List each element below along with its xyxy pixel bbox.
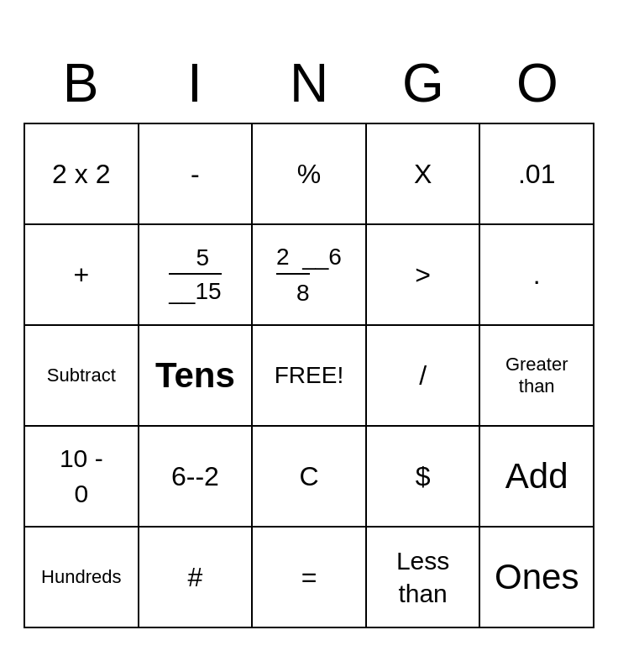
cell-r3c2: Tens	[139, 326, 254, 427]
division-bottom: __15	[169, 273, 221, 307]
cell-r1c1: 2 x 2	[25, 124, 139, 225]
cell-r4c3: C	[253, 427, 367, 528]
cell-r5c5: Ones	[480, 528, 594, 628]
header-b: B	[24, 44, 138, 123]
cell-r4c4: $	[367, 427, 481, 528]
cell-r2c4: >	[367, 225, 481, 326]
header-i: I	[138, 44, 252, 123]
header-o: O	[480, 44, 594, 123]
cell-r3c4: /	[367, 326, 481, 427]
cell-r4c5: Add	[480, 427, 594, 528]
cell-r4c1: 10 -0	[25, 427, 139, 528]
cell-r5c3: =	[253, 528, 367, 628]
division-top: 5	[181, 243, 210, 273]
cell-r4c2: 6--2	[139, 427, 254, 528]
cell-r2c5: .	[480, 225, 594, 326]
cell-r2c1: +	[25, 225, 139, 326]
mixed-fraction: 2 __6 8	[276, 240, 342, 309]
mixed-top: 2 __6	[276, 240, 342, 273]
mixed-bottom: 8	[276, 273, 310, 309]
cell-r3c3: FREE!	[253, 326, 367, 427]
header-n: N	[252, 44, 366, 123]
r4c1-text: 10 -0	[60, 441, 103, 512]
cell-r1c4: X	[367, 124, 481, 225]
cell-r5c2: #	[139, 528, 254, 628]
cell-r3c1: Subtract	[25, 326, 139, 427]
bingo-header: B I N G O	[24, 44, 594, 123]
cell-r2c2: 5 __15	[139, 225, 254, 326]
cell-r1c3: %	[253, 124, 367, 225]
cell-r1c2: -	[139, 124, 254, 225]
bingo-card: B I N G O 2 x 2 - % X .01 + 5 __15	[15, 35, 603, 637]
cell-r5c4: Lessthan	[367, 528, 481, 628]
header-g: G	[366, 44, 480, 123]
division-display: 5 __15	[169, 243, 221, 307]
cell-r1c5: .01	[480, 124, 594, 225]
cell-r5c1: Hundreds	[25, 528, 139, 628]
bingo-grid: 2 x 2 - % X .01 + 5 __15 2 __6	[24, 123, 594, 628]
less-than-text: Lessthan	[396, 544, 449, 610]
cell-r3c5: Greater than	[480, 326, 594, 427]
cell-r2c3: 2 __6 8	[253, 225, 367, 326]
